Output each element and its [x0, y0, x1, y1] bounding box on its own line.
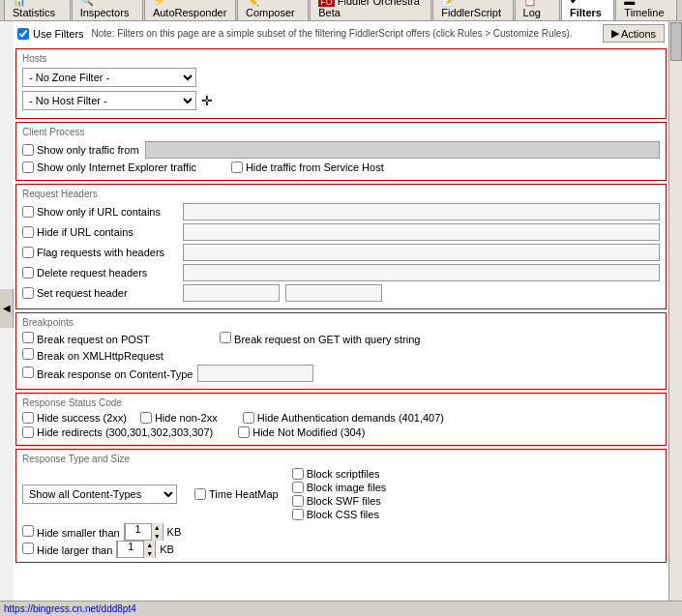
- content-type-break-label[interactable]: Break response on Content-Type: [22, 367, 193, 380]
- hide-redirects-label[interactable]: Hide redirects (300,301,302,303,307): [22, 426, 213, 438]
- flag-headers-checkbox[interactable]: [22, 247, 34, 258]
- delete-headers-input[interactable]: [183, 264, 660, 281]
- delete-headers-label[interactable]: Delete request headers: [22, 267, 177, 279]
- host-filter-select[interactable]: - No Host Filter - Hide connects to ...: [22, 91, 196, 110]
- show-traffic-label[interactable]: Show only traffic from: [22, 144, 139, 156]
- hide-url-row: Hide if URL contains: [22, 223, 660, 241]
- content-type-break-input[interactable]: [197, 365, 313, 382]
- hide-auth-label[interactable]: Hide Authentication demands (401,407): [243, 412, 444, 424]
- content-type-break-checkbox[interactable]: [22, 367, 34, 378]
- hide-url-label[interactable]: Hide if URL contains: [22, 226, 177, 238]
- set-header-name-input[interactable]: [183, 284, 280, 302]
- set-header-value-input[interactable]: [285, 284, 382, 302]
- hide-larger-down[interactable]: ▼: [144, 549, 155, 558]
- ie-traffic-label[interactable]: Show only Internet Explorer traffic: [22, 161, 196, 173]
- set-header-label[interactable]: Set request header: [22, 287, 177, 299]
- status-url: https://bingress.cn.net/ddd8pt4: [4, 603, 136, 614]
- block-swf-label[interactable]: Block SWF files: [292, 495, 387, 507]
- zone-filter-row: - No Zone Filter - Show only Intranet Hi…: [22, 68, 660, 87]
- show-url-checkbox[interactable]: [22, 206, 34, 218]
- use-filters-label[interactable]: Use Filters: [17, 28, 84, 40]
- tab-filters[interactable]: ✔ Filters: [561, 0, 614, 20]
- hide-redirects-checkbox[interactable]: [22, 426, 34, 438]
- show-url-input[interactable]: [183, 203, 660, 220]
- tab-autoresponder[interactable]: ⚡ AutoResponder: [144, 0, 236, 20]
- hide-redirects-row: Hide redirects (300,301,302,303,307) Hid…: [22, 426, 660, 438]
- block-css-label[interactable]: Block CSS files: [292, 509, 387, 520]
- host-filter-row: - No Host Filter - Hide connects to ... …: [22, 91, 660, 110]
- hide-non2xx-label[interactable]: Hide non-2xx: [140, 412, 218, 424]
- scrollbar-track[interactable]: [668, 21, 682, 601]
- time-heatmap-label[interactable]: Time HeatMap: [194, 488, 279, 500]
- hide-smaller-up[interactable]: ▲: [152, 523, 163, 532]
- cursor-cross-icon: ✛: [200, 94, 214, 107]
- time-heatmap-checkbox[interactable]: [194, 488, 206, 500]
- content-type-select[interactable]: Show all Content-Types Hide images Hide …: [22, 484, 177, 504]
- hide-larger-spinner[interactable]: 1 ▲ ▼: [116, 541, 156, 558]
- block-css-checkbox[interactable]: [292, 509, 304, 520]
- ie-traffic-checkbox[interactable]: [22, 161, 34, 173]
- block-scriptfiles-label[interactable]: Block scriptfiles: [292, 468, 387, 480]
- hide-larger-kb: KB: [160, 543, 174, 555]
- hide-larger-label[interactable]: Hide larger than: [22, 543, 112, 556]
- hide-smaller-spinner[interactable]: 1 ▲ ▼: [124, 523, 163, 541]
- scrollbar-thumb[interactable]: [670, 22, 682, 61]
- filter-note: Note: Filters on this page are a simple …: [84, 28, 603, 39]
- tab-fiddlerscript[interactable]: 📝 FiddlerScript: [432, 0, 513, 20]
- hide-service-host-label[interactable]: Hide traffic from Service Host: [231, 161, 384, 173]
- post-break-label[interactable]: Break request on POST: [22, 332, 216, 345]
- hide-service-host-checkbox[interactable]: [231, 161, 243, 173]
- flag-headers-label[interactable]: Flag requests with headers: [22, 247, 177, 258]
- hide-smaller-kb: KB: [167, 526, 182, 538]
- tab-log[interactable]: 📋 Log: [515, 0, 560, 20]
- hide-non2xx-checkbox[interactable]: [140, 412, 152, 424]
- hide-url-checkbox[interactable]: [22, 226, 34, 238]
- hide-2xx-row: Hide success (2xx) Hide non-2xx Hide Aut…: [22, 412, 660, 424]
- left-toggle-button[interactable]: ◀: [0, 289, 14, 328]
- breakpoints-title: Breakpoints: [22, 317, 660, 328]
- filters-check-icon: ✔: [570, 0, 578, 6]
- block-imagefiles-label[interactable]: Block image files: [292, 482, 387, 493]
- show-traffic-checkbox[interactable]: [22, 144, 34, 156]
- hide-2xx-checkbox[interactable]: [22, 412, 34, 424]
- hide-larger-up[interactable]: ▲: [144, 541, 155, 549]
- tab-fo-beta[interactable]: FO Fiddler Orchestra Beta: [310, 0, 431, 20]
- status-bar: https://bingress.cn.net/ddd8pt4: [0, 601, 682, 616]
- show-url-label[interactable]: Show only if URL contains: [22, 206, 177, 218]
- block-scriptfiles-checkbox[interactable]: [292, 468, 304, 480]
- flag-headers-row: Flag requests with headers: [22, 244, 660, 261]
- hide-larger-checkbox[interactable]: [22, 543, 34, 554]
- xmlhttp-break-checkbox[interactable]: [22, 348, 34, 360]
- zone-filter-select[interactable]: - No Zone Filter - Show only Intranet Hi…: [22, 68, 196, 87]
- get-query-break-label[interactable]: Break request on GET with query string: [220, 332, 420, 345]
- tab-timeline[interactable]: ▬ Timeline: [615, 0, 677, 20]
- hide-not-modified-label[interactable]: Hide Not Modified (304): [238, 426, 365, 438]
- set-header-checkbox[interactable]: [22, 287, 34, 299]
- delete-headers-checkbox[interactable]: [22, 267, 34, 279]
- fo-icon: FO: [318, 0, 335, 7]
- breakpoints-section: Breakpoints Break request on POST Break …: [15, 312, 667, 390]
- hide-smaller-checkbox[interactable]: [22, 525, 34, 537]
- hide-larger-value: 1: [117, 541, 144, 558]
- client-process-title: Client Process: [22, 127, 660, 137]
- content-type-row: Show all Content-Types Hide images Hide …: [22, 468, 660, 520]
- block-imagefiles-checkbox[interactable]: [292, 482, 304, 493]
- use-filters-checkbox[interactable]: [17, 28, 29, 40]
- hide-not-modified-checkbox[interactable]: [238, 426, 250, 438]
- tab-inspectors[interactable]: 🔍 Inspectors: [72, 0, 143, 20]
- tab-composer[interactable]: ✏️ Composer: [237, 0, 309, 20]
- get-query-break-checkbox[interactable]: [220, 332, 231, 343]
- hide-smaller-down[interactable]: ▼: [152, 532, 163, 541]
- top-bar: Use Filters Note: Filters on this page a…: [14, 21, 668, 45]
- hide-smaller-label[interactable]: Hide smaller than: [22, 525, 120, 539]
- tab-statistics[interactable]: 📊 Statistics: [4, 0, 71, 20]
- hide-url-input[interactable]: [183, 223, 660, 241]
- block-swf-checkbox[interactable]: [292, 495, 304, 507]
- xmlhttp-break-label[interactable]: Break on XMLHttpRequest: [22, 348, 163, 362]
- post-break-checkbox[interactable]: [22, 332, 34, 343]
- show-traffic-input[interactable]: [145, 141, 660, 159]
- hide-auth-checkbox[interactable]: [243, 412, 254, 424]
- actions-button[interactable]: ▶ Actions: [603, 24, 665, 43]
- hide-2xx-label[interactable]: Hide success (2xx): [22, 412, 127, 424]
- flag-headers-input[interactable]: [183, 244, 660, 261]
